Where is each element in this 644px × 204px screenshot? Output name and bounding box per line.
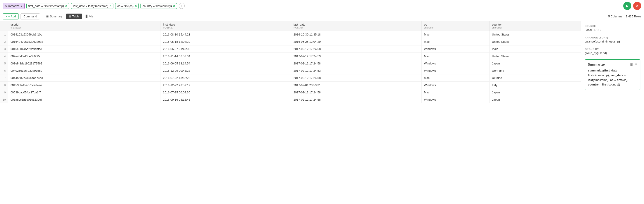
run-button[interactable] [623,2,631,10]
cell-first_date: 2016-08-10 15:44:23 [160,31,291,38]
cell-country: Japan [490,60,581,67]
table-row: 600402661d6fb30a9755b2016-12-09 00:43:28… [0,67,581,74]
cell-first_date: 2016-07-22 13:52:23 [160,74,291,82]
col-header-country[interactable]: country ⌄ character [490,21,581,31]
delete-icon[interactable]: 🗑 [630,62,634,66]
col-country-type: character [492,26,578,29]
cell-country: Ukraine [490,74,581,82]
summarize-caret-icon: ▾ [21,5,22,7]
cell-last_date: 2017-02-12 17:24:58 [291,74,422,82]
cell-userid: 005a8cc5a6d05c6230df [8,96,160,103]
filter-last-date-close[interactable]: × [110,4,112,8]
add-icon: + [6,15,8,18]
table-row: 200164e47967b306239e82016-05-18 12:04:29… [0,38,581,45]
sort-os-icon[interactable]: ⌄ [485,23,487,26]
col-first-date-label: first_date [163,23,175,26]
add-button[interactable]: + + Add [3,13,19,20]
row-number: 1 [0,31,8,38]
col-header-userid[interactable]: userid ⌄ character [8,21,160,31]
sort-last-date-icon[interactable]: ⌄ [417,23,419,26]
summarize-card-actions: 🗑 ≡ [630,62,637,66]
row-number: 10 [0,96,8,103]
cell-userid: 0014163a53056db3f10e [8,31,160,38]
cell-last_date: 2017-02-12 17:24:58 [291,96,422,103]
table-row: 4002e4faffad3be6b0f952016-11-14 06:53:34… [0,53,581,60]
cell-country: Italy [490,82,581,89]
source-label: Source [585,25,640,27]
filter-country-close[interactable]: × [173,4,175,8]
tab-summary[interactable]: ⊞ Summary [44,14,65,19]
col-userid-label: userid [10,23,18,26]
data-table: userid ⌄ character first_date ⌄ POSIXct [0,21,581,103]
table-row: 5003ef43de190231795622016-06-05 18:14:54… [0,60,581,67]
sort-first-date-icon[interactable]: ⌄ [287,23,289,26]
table-area[interactable]: userid ⌄ character first_date ⌄ POSIXct [0,21,581,202]
row-number: 7 [0,74,8,82]
summarize-code: summarize(first_date = first(timestamp),… [588,68,637,87]
viz-tab-label: Viz [89,15,93,18]
table-row: 10014163a53056db3f10e2016-08-10 15:44:23… [0,31,581,38]
filter-pill-os: os = first(os) × [115,3,139,9]
columns-count: 5 Columns [608,15,622,18]
cell-first_date: 2016-06-07 01:40:03 [160,45,291,53]
filter-pill-country: country = first(country) × [140,3,177,9]
cell-country: United States [490,53,581,60]
cell-country: Germany [490,67,581,74]
col-header-last-date[interactable]: last_date ⌄ POSIXct [291,21,422,31]
tab-viz[interactable]: ▊ Viz [83,14,96,19]
cell-last_date: 2017-02-12 17:24:58 [291,89,422,96]
cell-os: Windows [422,67,490,74]
col-first-date-type: POSIXct [163,26,289,29]
cell-first_date: 2016-06-05 18:14:54 [160,60,291,67]
cell-userid: 0044a682e415caab74b3 [8,74,160,82]
menu-icon[interactable]: ≡ [635,62,637,66]
cell-last_date: 2017-02-12 17:24:58 [291,60,422,67]
cell-userid: 00539bac05fbc17ca1f7 [8,89,160,96]
summarize-button[interactable]: summarize ▾ [3,3,24,9]
table-row: 900539bac05fbc17ca1f72016-07-25 00:09:30… [0,89,581,96]
cell-first_date: 2016-05-18 12:04:29 [160,38,291,45]
cell-os: Mac [422,38,490,45]
row-num-header [0,21,8,31]
cell-last_date: 2017-02-12 17:24:58 [291,45,422,53]
rows-count: 3,425 Rows [626,15,641,18]
cell-country: United States [490,38,581,45]
command-label: Command [24,15,37,18]
summary-tab-label: Summary [50,15,62,18]
cell-os: Windows [422,82,490,89]
col-header-os[interactable]: os ⌄ character [422,21,490,31]
cell-userid: 004536fa45ac76c2642e [8,82,160,89]
row-number: 8 [0,82,8,89]
table-tab-label: Table [72,15,79,18]
filter-country-text: country = first(country) [142,4,172,8]
top-bar: summarize ▾ first_date = first(timestamp… [0,0,644,12]
col-header-first-date[interactable]: first_date ⌄ POSIXct [160,21,291,31]
cell-userid: 002e4faffad3be6b0f95 [8,53,160,60]
cell-os: Mac [422,89,490,96]
filter-os-close[interactable]: × [135,4,137,8]
command-button[interactable]: Command [20,13,40,20]
cell-first_date: 2016-12-22 23:59:19 [160,82,291,89]
summary-tab-icon: ⊞ [46,15,49,18]
cell-country: United States [490,31,581,38]
col-country-label: country [492,23,502,26]
filter-first-date-close[interactable]: × [65,4,67,8]
filter-pill-last-date: last_date = last(timestamp) × [71,3,114,9]
viz-tab-icon: ▊ [86,15,88,18]
add-filter-button[interactable]: + [179,3,185,9]
sort-userid-icon[interactable]: ⌄ [156,23,158,26]
arrange-label: Arrange (Sort) [585,36,640,39]
cell-first_date: 2016-07-25 00:09:30 [160,89,291,96]
row-number: 6 [0,67,8,74]
tab-table[interactable]: ⊟ Table [66,14,82,19]
cancel-button[interactable] [633,2,641,10]
summarize-card-header: Summarize 🗑 ≡ [588,62,637,66]
col-os-type: character [424,26,487,29]
cell-first_date: 2016-12-09 00:43:28 [160,67,291,74]
add-filter-icon: + [181,4,183,8]
summarize-card: Summarize 🗑 ≡ summarize(first_date = fir… [585,59,640,90]
cell-first_date: 2016-09-16 05:15:46 [160,96,291,103]
sort-country-icon[interactable]: ⌄ [576,23,578,26]
group-value: group_by(userid) [585,51,640,55]
group-label: Group by [585,48,640,50]
